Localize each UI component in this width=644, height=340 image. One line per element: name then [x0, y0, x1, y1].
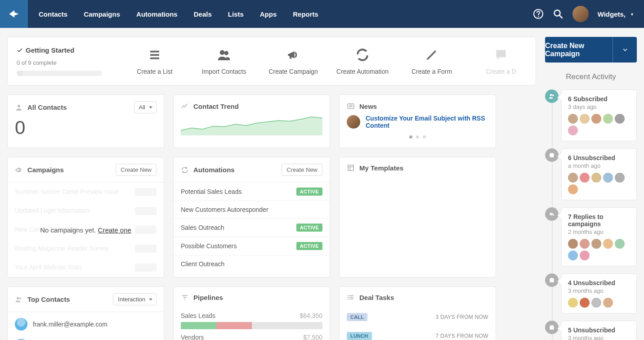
all-contacts-title: All Contacts [15, 103, 67, 112]
activity-avatar [568, 298, 578, 308]
gs-item-3[interactable]: Create Automation [328, 47, 397, 75]
campaigns-empty-state: No campaigns yet. Create one [8, 183, 164, 277]
contact-trend-card: Contact Trend [173, 94, 330, 148]
activity-time: 3 months ago [568, 335, 630, 340]
svg-line-3 [559, 15, 562, 18]
nav-lists[interactable]: Lists [228, 10, 244, 18]
activity-item[interactable]: 4 Unsubscribed3 months ago [561, 273, 637, 313]
activity-time: 2 months ago [568, 228, 630, 235]
deal-task-row[interactable]: CALL3 DAYS FROM NOW [340, 308, 496, 327]
news-headline-link[interactable]: Customize Your Email Subject with RSS Co… [366, 115, 488, 129]
activity-time: 3 months ago [568, 287, 630, 294]
help-icon[interactable] [533, 9, 544, 19]
automation-row[interactable]: Client Outreach [174, 255, 330, 273]
megaphone-icon [15, 166, 23, 174]
deal-task-tag: LUNCH [347, 332, 372, 340]
automation-row[interactable]: New Customers Autoresponder [174, 201, 330, 219]
gs-icon [355, 47, 370, 63]
automations-title: Automations [181, 166, 235, 174]
chevron-down-icon: ▾ [631, 12, 633, 17]
gs-icon [425, 47, 438, 63]
activity-type-icon [545, 273, 559, 287]
deal-tasks-card: Deal Tasks CALL3 DAYS FROM NOWLUNCH7 DAY… [339, 286, 496, 340]
activity-title: 7 Replies to campaigns [568, 213, 630, 228]
activity-item[interactable]: 7 Replies to campaigns2 months ago [561, 207, 637, 266]
top-contact-row[interactable]: judie.smith@example.com [8, 335, 164, 340]
gs-item-2[interactable]: Create Campaign [259, 47, 328, 75]
user-avatar[interactable] [572, 6, 589, 22]
news-pagination[interactable] [347, 135, 488, 139]
logo-icon [8, 8, 20, 20]
top-contacts-filter[interactable]: Interaction [113, 293, 157, 305]
svg-point-1 [537, 16, 538, 17]
top-contacts-card: Top Contacts Interaction frank.miller@ex… [7, 286, 164, 340]
logo[interactable] [0, 0, 28, 28]
pipeline-row[interactable]: Sales Leads$64,350 [174, 308, 330, 329]
getting-started-title: Getting Started [17, 46, 120, 54]
create-campaign-dropdown[interactable] [613, 37, 637, 63]
svg-point-7 [220, 50, 225, 55]
activity-avatar [580, 114, 590, 124]
list-icon [347, 293, 355, 301]
deal-task-time: 7 DAYS FROM NOW [435, 333, 488, 339]
automation-row[interactable]: Potential Sales LeadsACTIVE [174, 183, 330, 201]
create-campaign-button[interactable]: Create New Campaign [545, 37, 637, 63]
top-contacts-title: Top Contacts [15, 295, 70, 304]
getting-started-card: Getting Started 0 of 9 complete Create a… [7, 37, 536, 85]
user-menu[interactable]: Widgets, [598, 10, 626, 18]
nav-campaigns[interactable]: Campaigns [84, 10, 120, 18]
automations-create-button[interactable]: Create New [282, 164, 322, 176]
campaigns-create-link[interactable]: Create one [98, 226, 131, 234]
status-badge: ACTIVE [296, 242, 322, 250]
pipeline-row[interactable]: Vendors$7,500 [174, 329, 330, 340]
campaigns-title: Campaigns [15, 166, 64, 174]
activity-item[interactable]: 6 Subscribed3 days ago [561, 89, 637, 141]
gs-item-1[interactable]: Import Contacts [189, 47, 259, 75]
activity-title: 4 Unsubscribed [568, 279, 630, 286]
svg-point-25 [348, 297, 349, 298]
trend-icon [181, 102, 189, 110]
top-bar: ContactsCampaignsAutomationsDealsListsAp… [0, 0, 644, 28]
people-icon [15, 295, 23, 304]
nav-automations[interactable]: Automations [136, 10, 178, 18]
activity-avatar [580, 251, 590, 260]
top-contact-row[interactable]: frank.miller@example.com [8, 314, 164, 335]
gs-item-4[interactable]: Create a Form [397, 47, 466, 75]
template-icon [347, 164, 355, 172]
templates-card: My Templates [339, 157, 496, 277]
news-card: News Customize Your Email Subject with R… [339, 94, 496, 148]
main-nav: ContactsCampaignsAutomationsDealsListsAp… [39, 10, 318, 18]
activity-time: a month ago [568, 162, 630, 169]
contact-avatar [15, 318, 27, 331]
automations-card: Automations Create New Potential Sales L… [173, 157, 330, 277]
pipelines-title: Pipelines [181, 293, 223, 301]
getting-started-progress-text: 0 of 9 complete [17, 59, 120, 66]
deal-task-row[interactable]: LUNCH7 DAYS FROM NOW [340, 327, 496, 340]
activity-item[interactable]: 5 Unsubscribed3 months ago [561, 321, 637, 340]
activity-item[interactable]: 6 Unsubscribeda month ago [561, 148, 637, 200]
pipeline-value: $64,350 [300, 312, 322, 319]
news-author-avatar [347, 115, 360, 129]
activity-avatar [568, 239, 578, 249]
nav-deals[interactable]: Deals [194, 10, 212, 18]
nav-reports[interactable]: Reports [293, 10, 318, 18]
gs-item-5[interactable]: Create a D [466, 47, 536, 75]
activity-avatar [568, 114, 578, 124]
nav-apps[interactable]: Apps [260, 10, 277, 18]
gs-icon [285, 47, 302, 63]
activity-avatar [603, 298, 613, 308]
automation-row[interactable]: Possible CustomersACTIVE [174, 237, 330, 255]
search-icon[interactable] [553, 9, 564, 19]
gs-item-0[interactable]: Create a List [120, 47, 189, 75]
nav-contacts[interactable]: Contacts [39, 10, 67, 18]
contact-email: frank.miller@example.com [33, 321, 107, 328]
pipeline-name: Sales Leads [181, 312, 215, 319]
svg-point-24 [348, 295, 349, 296]
activity-type-icon [545, 89, 559, 103]
activity-time: 3 days ago [568, 103, 630, 110]
all-contacts-filter[interactable]: All [134, 101, 157, 113]
activity-title: 5 Unsubscribed [568, 327, 630, 334]
automation-row[interactable]: Sales OutreachACTIVE [174, 219, 330, 237]
pipeline-value: $7,500 [303, 334, 322, 340]
campaigns-create-button[interactable]: Create New [116, 164, 157, 176]
